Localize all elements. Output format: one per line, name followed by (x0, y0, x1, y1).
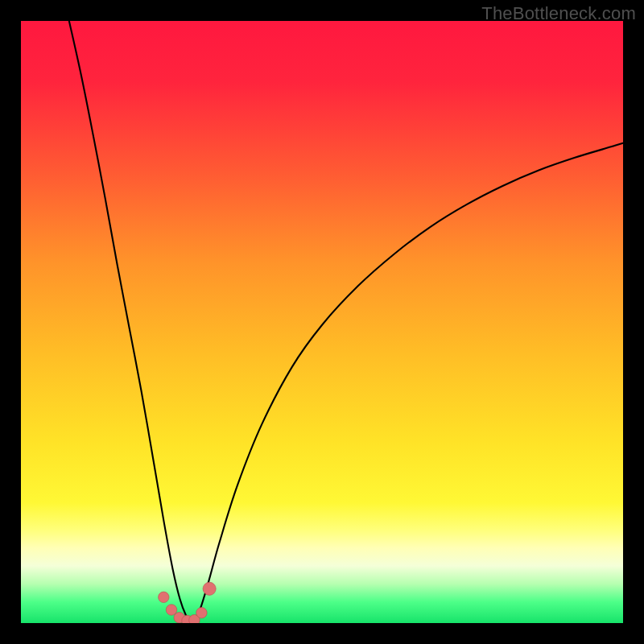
chart-background-gradient (21, 21, 623, 623)
curve-marker (196, 608, 207, 618)
curve-marker (159, 592, 169, 602)
curve-marker (203, 582, 216, 595)
curve-marker (166, 605, 176, 615)
chart-frame (21, 21, 623, 623)
watermark-text: TheBottleneck.com (481, 3, 636, 24)
bottleneck-chart (21, 21, 623, 623)
